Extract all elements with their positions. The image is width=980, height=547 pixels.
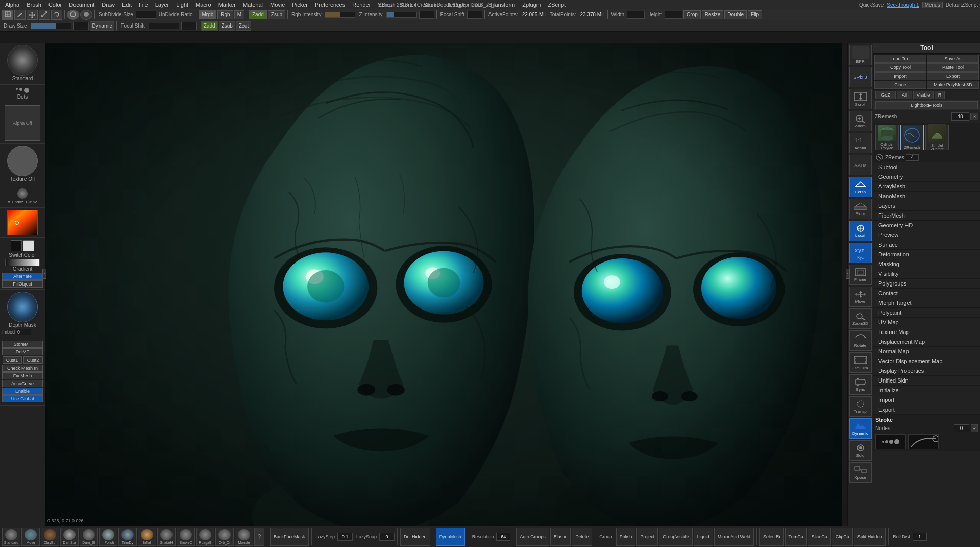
vector-displacement-item[interactable]: Vector Displacement Map (873, 356, 980, 366)
alternate-btn[interactable]: Alternate (2, 273, 43, 280)
brush-preview[interactable] (7, 45, 38, 76)
polish-btn[interactable]: Polish (616, 528, 636, 546)
resolution-input[interactable]: 64 (496, 533, 510, 541)
texture-map-item[interactable]: Texture Map (873, 327, 980, 337)
rotate-btn[interactable] (51, 10, 62, 20)
color-box-black[interactable] (11, 240, 22, 251)
morph-target-item[interactable]: Morph Target (873, 298, 980, 308)
lazy-step-input[interactable]: 0.1 (337, 533, 353, 541)
paste-tool-btn[interactable]: Paste Tool (927, 63, 979, 72)
store-mt-btn[interactable]: StoreMT (2, 341, 43, 348)
zcut-btn[interactable]: Zcut (236, 21, 251, 31)
liquid-btn[interactable]: Liquid (694, 528, 713, 546)
zsub-btn2[interactable]: Zsub (219, 21, 235, 31)
left-collapse-btn[interactable]: › (42, 269, 46, 279)
polygroups-item[interactable]: Polygroups (873, 279, 980, 289)
project-btn[interactable]: Project (636, 528, 658, 546)
deformation-item[interactable]: Deformation (873, 250, 980, 259)
use-global-btn[interactable]: Use Global (2, 395, 43, 402)
uv-map-item[interactable]: UV Map (873, 318, 980, 327)
double-btn[interactable]: Double (724, 10, 747, 19)
load-tool-btn[interactable]: Load Tool (874, 55, 926, 63)
app-color-menu[interactable]: Color (45, 1, 65, 8)
slicecu-btn[interactable]: SliceCu (808, 528, 831, 546)
zremesh-input[interactable]: 48 (951, 112, 969, 121)
auto-groups-btn[interactable]: Auto Groups (516, 528, 549, 546)
persp-btn[interactable]: Persp (849, 177, 872, 197)
rotate-3d-btn[interactable]: Rotate (849, 330, 872, 351)
imbed-input[interactable]: 0 (16, 329, 31, 335)
alpha-off-preview[interactable]: Alpha Off (5, 105, 40, 141)
xpose-btn[interactable]: Xpose (849, 462, 872, 483)
mirror-weld-btn[interactable]: Mirror And Weld (714, 528, 754, 546)
export-btn[interactable]: Export (927, 72, 979, 80)
accu-curve-btn[interactable]: AccuCurve (2, 380, 43, 387)
import-btn[interactable]: Import (874, 72, 926, 80)
claybui-brush-btn[interactable]: ClayBui (41, 528, 59, 546)
r-btn-goz[interactable]: R (935, 91, 945, 99)
contact-item[interactable]: Contact (873, 289, 980, 298)
cylinder-thumb[interactable]: Cylinder PolyMe (875, 125, 899, 150)
clone-btn[interactable]: Clone (874, 81, 926, 89)
spix-btn[interactable]: SPix 3 (849, 67, 872, 87)
all-btn[interactable]: All (897, 91, 912, 99)
depth-mask-preview[interactable] (7, 292, 38, 322)
del-hidden-btn[interactable]: Del Hidden (400, 528, 430, 546)
subtool-item[interactable]: Subtool (873, 162, 980, 172)
visibility-item[interactable]: Visibility (873, 269, 980, 279)
standard-brush-btn[interactable]: Standard (2, 528, 20, 546)
transp-btn[interactable]: Transp (849, 396, 872, 417)
copy-tool-btn[interactable]: Copy Tool (874, 63, 926, 72)
monste-brush-btn[interactable]: Monste (235, 528, 253, 546)
frame-btn[interactable]: Frame (849, 265, 872, 285)
make-polymesh-btn[interactable]: Make PolyMesh3D (927, 81, 979, 89)
subdivide-size-input[interactable] (136, 11, 156, 19)
menus-btn[interactable]: Menus (922, 2, 943, 8)
zsub-btn[interactable]: Zsub (268, 10, 285, 19)
move-btn[interactable] (27, 10, 38, 20)
xyz-btn[interactable]: xyz Xyz (849, 243, 872, 263)
zoom3d-btn[interactable]: Zoom3D (849, 308, 872, 329)
zoom-btn[interactable]: Zoom (849, 111, 872, 131)
snakeh-brush-btn[interactable]: SnakeH (157, 528, 176, 546)
app-document-menu[interactable]: Document (66, 1, 97, 8)
zremes-input[interactable]: 4 (906, 154, 919, 161)
local-btn[interactable]: Local (849, 221, 872, 241)
visible-btn[interactable]: Visible (913, 91, 934, 99)
group-visible-btn[interactable]: GroupVisible (659, 528, 692, 546)
zremesh-r-btn[interactable]: R (970, 113, 979, 120)
split-hidden-btn[interactable]: Split Hidden (854, 528, 886, 546)
lazy-snap-input[interactable]: 0 (379, 533, 395, 541)
move-3d-btn[interactable]: Move (849, 287, 872, 307)
texture-preview[interactable] (7, 146, 38, 176)
edit-btn[interactable] (2, 10, 13, 20)
fill-object-btn[interactable]: FillObject (2, 280, 43, 288)
draw-btn[interactable] (14, 10, 26, 20)
roll-dist-input[interactable]: 1 (913, 533, 927, 541)
surface-item[interactable]: Surface (873, 240, 980, 250)
unified-skin-item[interactable]: Unified Skin (873, 376, 980, 386)
del-mt-btn[interactable]: DelMT (2, 348, 43, 355)
seethrough-btn[interactable]: See-through 1 (887, 2, 919, 8)
canvas-area[interactable]: 0.625,-0.71,0.026 (45, 43, 842, 526)
stroke-nodes-input[interactable]: 0 (954, 424, 969, 432)
material-preview[interactable] (17, 188, 28, 199)
inflat-brush-btn[interactable]: Inflat (138, 528, 156, 546)
fix-mesh-btn[interactable]: Fix Mesh (2, 372, 43, 379)
stroke-r-btn[interactable]: R (971, 424, 978, 432)
color-box-white[interactable] (23, 240, 34, 251)
aahalf-btn[interactable]: AAHalf (849, 155, 872, 175)
focal-shift-input[interactable]: 0 (467, 11, 482, 19)
flip-btn[interactable]: Flip (748, 10, 762, 19)
hpolish-brush-btn[interactable]: hPolish (99, 528, 117, 546)
film-btn[interactable]: Jse Film (849, 352, 872, 373)
delete-btn[interactable]: Delete (572, 528, 592, 546)
damsta-brush-btn[interactable]: DamSta (60, 528, 79, 546)
elastic-btn[interactable]: Elastic (550, 528, 571, 546)
scroll-btn[interactable]: Scroll (849, 89, 872, 109)
resize-btn[interactable]: Resize (702, 10, 724, 19)
color-swatch[interactable] (7, 210, 38, 235)
check-mesh-btn[interactable]: Check Mesh In (2, 365, 43, 372)
quicksave-btn[interactable]: QuickSave (859, 2, 884, 8)
height-input[interactable]: 885 (665, 11, 682, 19)
